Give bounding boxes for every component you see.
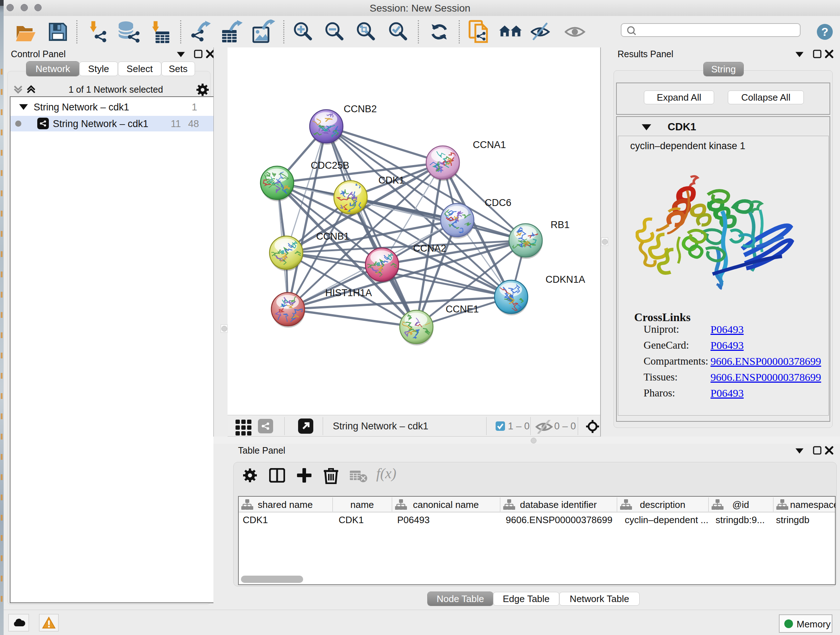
svg-text:CDK1: CDK1 xyxy=(378,175,404,186)
svg-text:CCNB1: CCNB1 xyxy=(316,231,349,242)
svg-text:CCNA2: CCNA2 xyxy=(413,243,447,254)
svg-text:RB1: RB1 xyxy=(551,219,570,230)
svg-text:CDC25B: CDC25B xyxy=(311,160,349,171)
svg-text:HIST1H1A: HIST1H1A xyxy=(325,287,372,298)
svg-text:CCNA1: CCNA1 xyxy=(473,139,506,150)
svg-text:CDKN1A: CDKN1A xyxy=(546,274,585,285)
svg-text:CCNE1: CCNE1 xyxy=(446,304,479,315)
svg-text:CCNB2: CCNB2 xyxy=(344,103,377,114)
svg-text:CDC6: CDC6 xyxy=(485,197,512,208)
